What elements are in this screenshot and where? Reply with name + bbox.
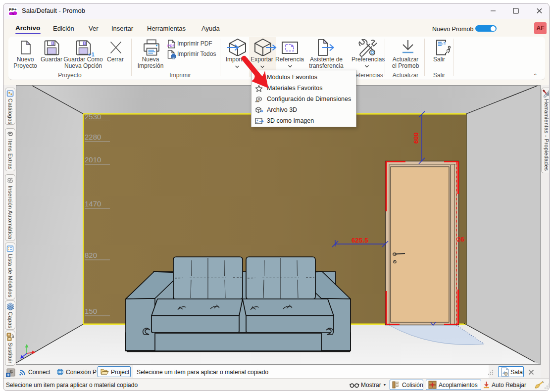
svg-text:26: 26 xyxy=(457,236,465,243)
svg-text:600: 600 xyxy=(412,133,420,144)
svg-text:PDF: PDF xyxy=(167,44,175,48)
svg-text:625.5: 625.5 xyxy=(351,237,368,244)
svg-text:1470: 1470 xyxy=(85,199,101,208)
svg-text:2280: 2280 xyxy=(85,133,101,141)
svg-text:150: 150 xyxy=(85,307,97,315)
svg-text:2530: 2530 xyxy=(85,112,101,121)
svg-text:PP+: PP+ xyxy=(9,7,17,12)
svg-text:820: 820 xyxy=(85,251,97,259)
svg-text:2010: 2010 xyxy=(85,155,101,164)
